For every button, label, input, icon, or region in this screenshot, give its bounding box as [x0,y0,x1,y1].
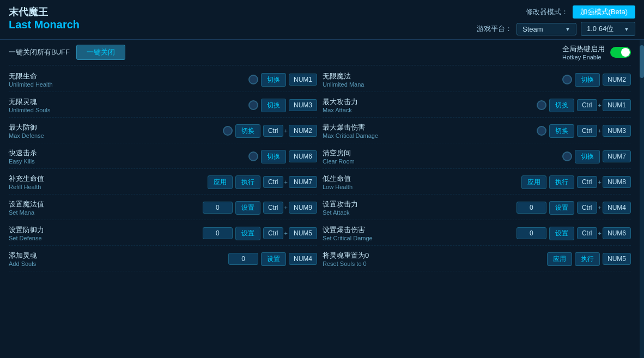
key-button[interactable]: NUM5 [289,227,317,239]
key-button[interactable]: NUM1 [603,99,631,111]
value-input[interactable] [228,253,258,265]
version-select[interactable]: 1.0 64位 ▼ [581,22,635,36]
action-button[interactable]: 切换 [235,124,260,138]
apply-button[interactable]: 应用 [521,175,546,189]
key-group: NUM6 [289,150,317,162]
key-button[interactable]: NUM3 [289,99,317,111]
action-button[interactable]: 设置 [549,201,574,215]
apply-button[interactable]: 应用 [208,175,233,189]
hotkey-toggle[interactable] [610,47,631,58]
toggle-circle[interactable] [562,75,572,84]
action-button[interactable]: 执行 [235,175,260,189]
key-button[interactable]: Ctrl [263,176,283,188]
key-group: NUM4 [289,253,317,265]
action-button[interactable]: 切换 [575,150,600,163]
key-group: Ctrl+NUM6 [577,227,631,239]
key-group: Ctrl+NUM7 [263,176,317,188]
toggle-circle[interactable] [223,126,233,136]
key-button[interactable]: NUM3 [603,125,631,137]
action-button[interactable]: 切换 [549,99,574,112]
action-button[interactable]: 设置 [261,252,286,266]
key-button[interactable]: Ctrl [577,202,597,214]
ctrl-name-en: Refill Health [9,184,203,190]
key-separator: + [598,128,602,134]
action-button[interactable]: 切换 [261,150,286,163]
right-top-controls: 全局热键启用 Hotkey Enable [562,44,631,60]
ctrl-name-en: Set Mana [9,209,198,216]
control-row: 最大防御Max Defense切换Ctrl+NUM2 [9,119,317,143]
action-button[interactable]: 设置 [235,201,260,215]
off-all-button[interactable]: 一键关闭 [76,45,125,60]
key-button[interactable]: NUM6 [289,150,317,162]
scrollbar-track[interactable] [640,40,644,358]
control-row: 添加灵魂Add Souls设置NUM4 [9,247,317,271]
platform-select[interactable]: Steam ▼ [517,23,576,35]
control-info: 快速击杀Easy Kills [9,148,244,165]
key-button[interactable]: NUM7 [603,150,631,162]
action-button[interactable]: 切换 [261,73,286,87]
key-button[interactable]: NUM2 [603,74,631,86]
ctrl-actions: 切换NUM7 [562,150,631,163]
toggle-circle[interactable] [562,151,572,161]
key-button[interactable]: Ctrl [263,202,283,214]
action-button[interactable]: 设置 [549,227,574,240]
key-button[interactable]: Ctrl [577,227,597,239]
key-button[interactable]: NUM7 [289,176,317,188]
ctrl-name-cn: 低生命值 [323,174,517,184]
key-button[interactable]: NUM4 [289,253,317,265]
control-row: 清空房间Clear Room切换NUM7 [323,144,631,169]
key-button[interactable]: NUM4 [603,202,631,214]
toggle-circle[interactable] [537,100,546,110]
key-separator: + [598,179,602,185]
control-info: 设置攻击力Set Attack [323,199,512,216]
title-en: Last Monarch [9,19,80,31]
ctrl-actions: 设置Ctrl+NUM5 [203,227,317,240]
action-button[interactable]: 执行 [549,175,574,189]
mode-button[interactable]: 加强模式(Beta) [573,5,635,19]
key-button[interactable]: Ctrl [577,125,597,137]
key-button[interactable]: NUM2 [289,125,317,137]
control-row: 低生命值Low Health应用执行Ctrl+NUM8 [323,170,631,195]
key-button[interactable]: NUM9 [289,202,317,214]
action-button[interactable]: 设置 [235,227,260,240]
version-value: 1.0 64位 [587,24,613,34]
ctrl-actions: 设置Ctrl+NUM6 [517,227,631,240]
toggle-circle[interactable] [248,151,258,161]
key-button[interactable]: Ctrl [263,227,283,239]
key-group: Ctrl+NUM4 [577,202,631,214]
ctrl-name-cn: 无限灵魂 [9,97,244,107]
value-input[interactable] [517,202,546,214]
key-button[interactable]: NUM8 [603,176,631,188]
key-button[interactable]: NUM5 [603,253,631,265]
key-group: Ctrl+NUM3 [577,125,631,137]
control-info: 添加灵魂Add Souls [9,251,224,267]
key-button[interactable]: Ctrl [577,99,597,111]
key-button[interactable]: NUM1 [289,74,317,86]
key-button[interactable]: Ctrl [577,176,597,188]
ctrl-actions: 切换NUM1 [248,73,317,87]
key-button[interactable]: NUM6 [603,227,631,239]
toggle-circle[interactable] [537,126,546,136]
ctrl-name-en: Unlimited Souls [9,107,244,113]
value-input[interactable] [203,202,233,214]
value-input[interactable] [517,227,546,239]
key-button[interactable]: Ctrl [263,125,283,137]
action-button[interactable]: 切换 [261,99,286,112]
action-button[interactable]: 切换 [575,73,600,87]
toggle-circle[interactable] [248,75,258,84]
ctrl-name-cn: 设置攻击力 [323,199,512,209]
scrollbar-thumb[interactable] [640,45,644,78]
ctrl-actions: 切换NUM2 [562,73,631,87]
toggle-circle[interactable] [248,100,258,110]
value-input[interactable] [203,227,233,239]
key-group: NUM1 [289,74,317,86]
version-chevron-icon: ▼ [624,26,629,32]
ctrl-name-cn: 清空房间 [323,148,558,158]
ctrl-name-en: Easy Kills [9,158,244,165]
apply-button[interactable]: 应用 [547,252,572,266]
action-button[interactable]: 切换 [549,124,574,138]
controls-grid: 无限生命Unlimited Health切换NUM1无限魔法Unlimited … [9,68,631,271]
action-button[interactable]: 执行 [575,252,600,266]
ctrl-name-cn: 补充生命值 [9,174,203,184]
control-info: 将灵魂重置为0Reset Souls to 0 [323,251,543,267]
